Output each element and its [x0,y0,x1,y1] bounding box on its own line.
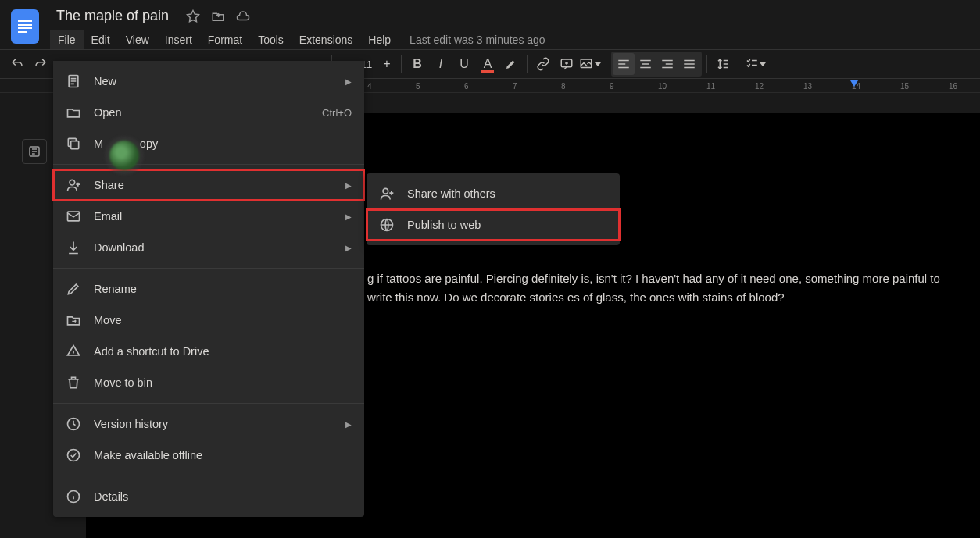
submenu-arrow-icon: ▶ [345,420,352,429]
star-icon[interactable] [186,9,200,23]
menu-help[interactable]: Help [360,30,399,49]
menu-email-label: Email [94,210,339,223]
download-icon [66,240,81,255]
submenu-arrow-icon: ▶ [345,212,352,221]
folder-move-icon [66,312,81,328]
menu-file[interactable]: File [50,30,84,49]
share-submenu: Share with others Publish to web [367,173,620,245]
submenu-arrow-icon: ▶ [345,77,352,86]
menu-separator [53,164,364,165]
menu-open[interactable]: Open Ctrl+O [53,97,364,128]
menu-format[interactable]: Format [200,30,250,49]
avatar[interactable] [109,141,139,170]
move-folder-icon[interactable] [211,9,225,23]
cloud-status-icon[interactable] [236,9,250,23]
menu-separator [53,476,364,476]
line-spacing-button[interactable] [712,53,734,75]
menu-view[interactable]: View [118,30,157,49]
menu-move-to-bin[interactable]: Move to bin [53,367,364,398]
submenu-arrow-icon: ▶ [345,244,352,252]
menu-insert[interactable]: Insert [157,30,200,49]
document-title[interactable]: The maple of pain [50,5,175,27]
menu-email[interactable]: Email ▶ [53,201,364,232]
email-icon [66,208,81,224]
menu-version-history-label: Version history [94,418,339,430]
highlight-button[interactable] [500,53,522,75]
menu-share-label: Share [94,179,339,191]
align-group [611,52,702,77]
menu-tools[interactable]: Tools [250,30,291,49]
person-add-icon [379,186,395,201]
file-menu-dropdown: New ▶ Open Ctrl+O Make a copy Share ▶ Em… [53,61,364,517]
svg-point-10 [383,188,388,194]
menu-download-label: Download [94,241,339,254]
menu-move-to-bin-label: Move to bin [94,376,352,389]
history-icon [66,416,81,432]
drive-shortcut-icon [66,344,81,359]
menu-download[interactable]: Download ▶ [53,232,364,263]
menu-open-shortcut: Ctrl+O [322,107,352,119]
last-edit-link[interactable]: Last edit was 3 minutes ago [410,30,545,49]
show-outline-button[interactable] [22,139,47,164]
menu-open-label: Open [94,106,322,119]
svg-rect-4 [71,141,79,149]
menu-details[interactable]: Details [53,481,364,512]
submenu-publish-web-label: Publish to web [407,219,607,231]
svg-point-8 [68,450,80,461]
underline-button[interactable]: U [453,53,475,75]
insert-image-button[interactable] [579,53,601,75]
menu-make-offline[interactable]: Make available offline [53,440,364,471]
docs-logo[interactable] [11,9,39,44]
info-icon [66,489,81,504]
menu-separator [53,268,364,269]
align-center-button[interactable] [635,53,656,75]
menu-rename[interactable]: Rename [53,273,364,305]
text-color-button[interactable]: A [477,53,499,75]
insert-comment-button[interactable] [556,53,578,75]
submenu-share-others[interactable]: Share with others [367,178,620,209]
document-icon [66,73,81,89]
copy-icon [66,136,81,151]
menu-add-shortcut[interactable]: Add a shortcut to Drive [53,336,364,367]
title-bar: The maple of pain File Edit View Insert … [0,0,980,49]
menu-move-label: Move [94,314,352,326]
person-add-icon [66,177,81,193]
redo-button[interactable] [30,53,52,75]
menu-bar: File Edit View Insert Format Tools Exten… [50,30,545,49]
menu-make-offline-label: Make available offline [94,449,352,461]
menu-extensions[interactable]: Extensions [291,30,360,49]
align-justify-button[interactable] [678,53,700,75]
menu-add-shortcut-label: Add a shortcut to Drive [94,345,352,358]
align-right-button[interactable] [656,53,678,75]
menu-version-history[interactable]: Version history ▶ [53,408,364,440]
checklist-button[interactable] [744,53,766,75]
align-left-button[interactable] [613,53,635,75]
submenu-share-others-label: Share with others [407,187,607,200]
menu-move[interactable]: Move [53,305,364,336]
menu-make-copy[interactable]: Make a copy [53,128,364,159]
globe-icon [379,217,395,233]
body-text: g if tattoos are painful. Piercing defin… [367,272,940,304]
undo-button[interactable] [6,53,28,75]
trash-icon [66,375,81,390]
submenu-arrow-icon: ▶ [345,181,352,190]
submenu-publish-web[interactable]: Publish to web [367,209,620,240]
menu-separator [53,403,364,404]
menu-share[interactable]: Share ▶ [53,169,364,201]
folder-icon [66,105,81,120]
menu-new-label: New [94,75,339,87]
menu-rename-label: Rename [94,283,352,295]
svg-point-5 [70,180,75,185]
menu-edit[interactable]: Edit [84,30,118,49]
offline-icon [66,447,81,463]
menu-details-label: Details [94,490,352,503]
menu-new[interactable]: New ▶ [53,66,364,97]
pencil-icon [66,281,81,297]
insert-link-button[interactable] [532,53,554,75]
